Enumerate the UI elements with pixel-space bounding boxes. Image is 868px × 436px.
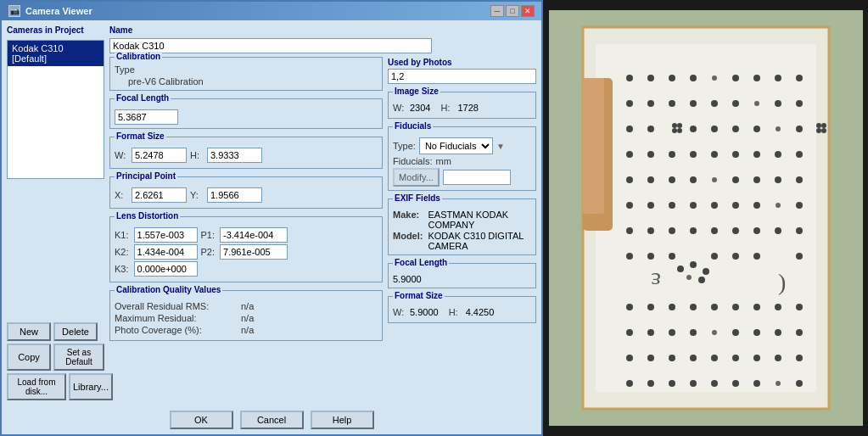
- format-w-label: W:: [115, 150, 128, 160]
- cameras-list[interactable]: Kodak C310 [Default]: [7, 40, 104, 179]
- image-size-row: W: 2304 H: 1728: [393, 103, 531, 113]
- camera-list-item[interactable]: Kodak C310 [Default]: [8, 41, 104, 66]
- name-label: Name: [109, 25, 536, 35]
- svg-point-15: [647, 100, 654, 107]
- modify-button[interactable]: Modify...: [393, 168, 440, 187]
- rms-value: n/a: [241, 301, 254, 311]
- name-section: Name: [109, 25, 536, 53]
- format-w-input[interactable]: [132, 148, 187, 163]
- calibration-board-svg: ε ): [549, 10, 863, 426]
- calibration-quality-content: Overall Residual RMS: n/a Maximum Residu…: [115, 301, 378, 335]
- format-size-group: Format Size W: H:: [109, 137, 383, 169]
- k3-input[interactable]: [134, 261, 198, 277]
- coverage-value: n/a: [241, 325, 254, 335]
- max-value: n/a: [241, 313, 254, 323]
- fiducials-mm-row: Fiducials: mm: [393, 156, 531, 166]
- fiducials-value-input[interactable]: [443, 170, 511, 185]
- image-panel: ε ): [543, 0, 868, 436]
- svg-point-18: [711, 100, 718, 107]
- p1-input[interactable]: [220, 227, 288, 243]
- focal-length-label: Focal Length: [115, 93, 171, 103]
- svg-point-55: [775, 176, 781, 183]
- svg-point-107: [626, 355, 633, 361]
- svg-point-59: [669, 202, 675, 209]
- buttons-row-1: New Delete: [7, 322, 104, 341]
- copy-button[interactable]: Copy: [7, 344, 51, 371]
- svg-text:ε: ε: [651, 268, 661, 294]
- format-h-input[interactable]: [207, 148, 262, 163]
- svg-point-120: [711, 380, 718, 387]
- svg-point-7: [669, 75, 675, 81]
- svg-point-58: [647, 202, 654, 209]
- svg-point-96: [775, 304, 781, 310]
- used-by-label: Used by Photos: [388, 58, 452, 67]
- ok-button[interactable]: OK: [170, 411, 233, 429]
- delete-button[interactable]: Delete: [53, 322, 98, 341]
- cancel-button[interactable]: Cancel: [240, 411, 304, 429]
- image-size-label: Image Size: [393, 87, 440, 96]
- exif-h-label: H:: [449, 307, 462, 317]
- p2-input[interactable]: [220, 244, 288, 260]
- svg-point-47: [796, 151, 803, 158]
- fiducials-type-select[interactable]: No Fiducials Réseau Other: [419, 137, 493, 154]
- svg-point-69: [690, 227, 697, 234]
- svg-point-80: [698, 277, 705, 283]
- svg-point-61: [711, 202, 718, 209]
- set-default-button[interactable]: Set as Default: [53, 344, 104, 371]
- svg-point-100: [669, 329, 675, 336]
- svg-point-23: [626, 126, 633, 132]
- focal-length-input[interactable]: [115, 109, 178, 125]
- svg-point-93: [711, 304, 718, 310]
- library-button[interactable]: Library...: [69, 373, 113, 400]
- svg-point-31: [732, 126, 739, 132]
- dialog-footer: OK Cancel Help: [2, 405, 541, 434]
- svg-point-94: [732, 304, 739, 310]
- used-by-input[interactable]: [388, 69, 536, 84]
- focal-length-content: [115, 109, 378, 125]
- svg-point-73: [775, 227, 781, 234]
- svg-point-115: [796, 355, 803, 361]
- svg-point-20: [754, 101, 759, 106]
- svg-point-34: [796, 126, 803, 132]
- svg-point-38: [821, 128, 826, 133]
- new-button[interactable]: New: [7, 322, 51, 341]
- format-h-label: H:: [190, 150, 204, 160]
- svg-point-42: [690, 151, 697, 158]
- lens-distortion-group: Lens Distortion K1: P1: K2:: [109, 216, 383, 282]
- close-button[interactable]: ✕: [521, 5, 535, 17]
- k1-input[interactable]: [134, 227, 198, 243]
- principal-point-group: Principal Point X: Y:: [109, 176, 383, 209]
- quality-max-row: Maximum Residual: n/a: [115, 313, 378, 323]
- svg-point-11: [753, 75, 760, 81]
- svg-point-111: [711, 355, 718, 361]
- svg-point-36: [821, 123, 826, 128]
- calibration-section: Calibration Type pre-V6 Calibration Foca…: [109, 57, 536, 341]
- minimize-button[interactable]: ─: [490, 5, 504, 17]
- help-button[interactable]: Help: [311, 411, 374, 429]
- svg-point-84: [669, 253, 675, 260]
- pp-y-label: Y:: [190, 190, 204, 200]
- pp-y-input[interactable]: [207, 187, 262, 203]
- pp-x-label: X:: [115, 190, 128, 200]
- pp-x-input[interactable]: [132, 187, 187, 203]
- window-controls: ─ □ ✕: [490, 5, 535, 17]
- svg-point-14: [626, 100, 633, 107]
- k2-input[interactable]: [134, 244, 198, 260]
- calib-right: Used by Photos Image Size W: 2304 H: 172…: [388, 57, 536, 341]
- k2-label: K2:: [115, 247, 131, 257]
- svg-point-63: [753, 202, 760, 209]
- model-label: Model:: [393, 231, 423, 241]
- svg-point-118: [669, 380, 675, 387]
- fiducials-type-label: Type:: [393, 141, 416, 151]
- svg-point-97: [796, 304, 803, 310]
- load-from-disk-button[interactable]: Load from disk...: [7, 373, 66, 400]
- svg-point-56: [796, 176, 803, 183]
- svg-point-102: [712, 330, 717, 335]
- svg-point-88: [796, 253, 803, 260]
- maximize-button[interactable]: □: [506, 5, 519, 17]
- svg-point-116: [626, 380, 633, 387]
- k1-label: K1:: [115, 230, 131, 240]
- svg-point-91: [669, 304, 675, 310]
- exif-fields-group: EXIF Fields Make: EASTMAN KODAK COMPANY …: [388, 198, 536, 255]
- svg-point-121: [732, 380, 739, 387]
